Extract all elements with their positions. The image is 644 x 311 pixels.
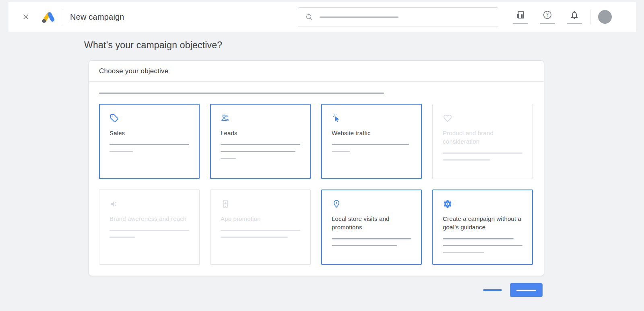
- objective-card-grid: Sales Leads: [99, 104, 544, 265]
- objective-card-label: Local store visits and promotions: [332, 214, 411, 231]
- app-header: New campaign ?: [8, 2, 636, 32]
- objective-card-label: Leads: [221, 129, 300, 137]
- placeholder-lines: [443, 152, 522, 161]
- placeholder-lines: [443, 238, 522, 253]
- search-icon: [305, 13, 314, 21]
- notifications-icon[interactable]: [566, 10, 582, 24]
- objective-card-label: Website traffic: [332, 129, 411, 137]
- objective-card-label: Sales: [109, 129, 189, 137]
- panel-title: Choose your objective: [89, 61, 544, 82]
- google-ads-new-campaign-screen: New campaign ?: [0, 0, 644, 311]
- objective-card-website-traffic[interactable]: Website traffic: [321, 104, 422, 179]
- objective-card-leads[interactable]: Leads: [210, 104, 311, 179]
- placeholder-lines: [332, 238, 411, 246]
- people-icon: [221, 113, 230, 123]
- placeholder-lines: [332, 144, 411, 152]
- search-placeholder-line: [320, 16, 398, 18]
- user-avatar[interactable]: [598, 10, 612, 24]
- close-icon[interactable]: [21, 12, 31, 22]
- objective-card-label: Brand awereness and reach: [109, 214, 189, 223]
- cancel-text-button[interactable]: [479, 284, 506, 297]
- objective-card-local-store-visits[interactable]: Local store visits and promotions: [321, 189, 422, 265]
- header-divider: [63, 9, 63, 25]
- page-title: New campaign: [70, 12, 124, 22]
- cursor-click-icon: [332, 113, 341, 123]
- megaphone-icon: [109, 199, 119, 209]
- placeholder-lines: [221, 230, 300, 238]
- objective-card-app-promotion: App promotion: [210, 189, 311, 265]
- objective-card-sales[interactable]: Sales: [99, 104, 200, 179]
- google-ads-logo-icon: [41, 10, 56, 24]
- search-input[interactable]: [298, 7, 498, 27]
- icon-label-placeholder: [513, 23, 528, 24]
- placeholder-lines: [109, 144, 189, 152]
- icon-label-placeholder: [567, 23, 582, 24]
- placeholder-lines: [109, 230, 189, 238]
- panel-subtitle-placeholder: [99, 93, 384, 94]
- gear-icon: [443, 199, 452, 209]
- svg-text:?: ?: [546, 12, 549, 18]
- footer-actions: [89, 276, 543, 304]
- objective-card-no-goal-guidance[interactable]: Create a campaign without a goal’s guida…: [432, 189, 533, 265]
- icon-label-placeholder: [540, 23, 555, 24]
- reports-icon[interactable]: [512, 10, 528, 24]
- placeholder-lines: [221, 144, 300, 159]
- toolbar-divider: [590, 9, 591, 25]
- header-left: New campaign: [8, 9, 124, 25]
- primary-button-placeholder-line: [516, 290, 536, 291]
- objective-card-product-brand-consideration: Product and brand consideration: [432, 104, 533, 179]
- app-install-icon: [221, 199, 230, 209]
- objective-card-label: Product and brand consideration: [443, 129, 522, 146]
- objective-card-label: Create a campaign without a goal’s guida…: [443, 214, 522, 231]
- tag-icon: [109, 113, 119, 123]
- continue-button[interactable]: [510, 283, 543, 297]
- text-button-placeholder-line: [483, 289, 502, 291]
- campaign-objective-heading: What’s your campaign objective?: [84, 40, 222, 51]
- header-toolbar: ?: [512, 2, 612, 32]
- choose-objective-panel: Choose your objective Sales: [89, 60, 544, 276]
- objective-card-brand-awareness: Brand awereness and reach: [99, 189, 200, 265]
- help-icon[interactable]: ?: [539, 10, 555, 24]
- heart-icon: [443, 113, 452, 123]
- objective-card-label: App promotion: [221, 214, 300, 223]
- location-pin-icon: [332, 199, 341, 209]
